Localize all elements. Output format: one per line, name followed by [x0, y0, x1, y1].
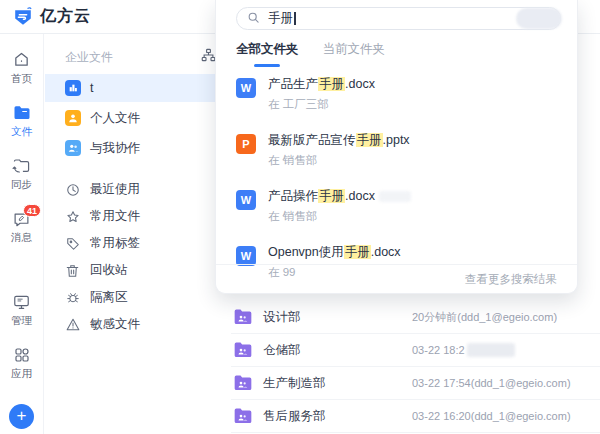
search-query-text: 手册 [268, 10, 293, 27]
result-title: 产品操作手册.docx [268, 189, 411, 204]
rail-label: 文件 [11, 125, 32, 139]
rail-item-admin[interactable]: 管理 [11, 292, 32, 328]
sidebar-item-label: 常用标签 [90, 235, 140, 252]
sidebar-item-label: 敏感文件 [90, 316, 140, 333]
folder-name: 仓储部 [263, 342, 412, 359]
folder-name: 生产制造部 [263, 375, 412, 392]
result-location: 在 销售部 [268, 209, 411, 224]
sidebar-item-enterprise-root[interactable]: t [45, 74, 230, 102]
sidebar-item-quarantine[interactable]: 隔离区 [45, 284, 230, 311]
result-title: 产品生产手册.docx [268, 77, 375, 92]
department-folder-icon [233, 374, 253, 392]
folder-rows: 设计部 20分钟前(ddd_1@egeio.com) 仓储部 03-22 18:… [231, 301, 600, 433]
search-icon [247, 10, 260, 28]
rail-label: 应用 [11, 367, 32, 381]
department-folder-icon [233, 308, 253, 326]
text-cursor [294, 12, 296, 25]
table-row[interactable]: 仓储部 03-22 18:2 [231, 334, 600, 367]
sidebar-item-frequent-tags[interactable]: 常用标签 [45, 230, 230, 257]
sync-folder-icon [12, 156, 31, 175]
left-rail: 首页 文件 同步 [0, 34, 44, 434]
trash-icon [65, 263, 80, 278]
search-result-item[interactable]: P 最新版产品宣传手册.pptx 在 销售部 [236, 133, 557, 168]
sidebar-item-label: 个人文件 [90, 110, 140, 127]
sidebar-header: 企业文件 [45, 46, 230, 74]
search-dropdown-panel: 手册 全部文件夹 当前文件夹 W 产品生产手册.docx 在 工厂三部 P 最新… [215, 0, 578, 294]
censor-blur [516, 8, 562, 29]
rail-label: 消息 [11, 231, 32, 245]
app-window: 亿方云 首页 文件 [0, 0, 600, 434]
sidebar-folder-list: t 个人文件 与我协作 [45, 74, 230, 162]
apps-grid-icon [12, 345, 31, 364]
logo-icon [12, 6, 34, 28]
folder-icon [12, 103, 31, 122]
message-icon: 41 [12, 209, 31, 228]
search-bar-area: 手册 [216, 0, 577, 30]
folder-name: 售后服务部 [263, 408, 412, 425]
result-location: 在 销售部 [268, 153, 410, 168]
search-result-item[interactable]: W 产品操作手册.docx 在 销售部 [236, 189, 557, 224]
home-icon [12, 50, 31, 69]
rail-item-files[interactable]: 文件 [11, 103, 32, 139]
rail-label: 首页 [11, 72, 32, 86]
sidebar-item-label: 隔离区 [90, 289, 128, 306]
folder-updated-time: 20分钟前(ddd_1@egeio.com) [412, 310, 592, 325]
sidebar-item-recent[interactable]: 最近使用 [45, 176, 230, 203]
table-row[interactable]: 设计部 20分钟前(ddd_1@egeio.com) [231, 301, 600, 334]
sidebar-item-frequent-files[interactable]: 常用文件 [45, 203, 230, 230]
rail-item-apps[interactable]: 应用 [11, 345, 32, 381]
people-icon [65, 140, 81, 156]
ppt-file-icon: P [236, 134, 256, 154]
highlighted-keyword: 手册 [356, 133, 383, 147]
tag-icon [65, 236, 80, 251]
monitor-icon [12, 292, 31, 311]
word-file-icon: W [236, 78, 256, 98]
search-results-list: W 产品生产手册.docx 在 工厂三部 P 最新版产品宣传手册.pptx 在 … [216, 65, 577, 280]
sidebar-item-label: 最近使用 [90, 181, 140, 198]
quarantine-bug-icon [65, 290, 80, 305]
star-icon [65, 209, 80, 224]
result-location: 在 工厂三部 [268, 97, 375, 112]
file-sidebar: 企业文件 t [45, 34, 230, 434]
censor-blur [467, 343, 515, 357]
tab-current-folder[interactable]: 当前文件夹 [323, 41, 386, 65]
sidebar-item-shared-with-me[interactable]: 与我协作 [45, 134, 230, 162]
rail-label: 同步 [11, 178, 32, 192]
rail-item-sync[interactable]: 同步 [11, 156, 32, 192]
word-file-icon: W [236, 246, 256, 266]
department-folder-icon [233, 407, 253, 425]
create-new-button[interactable]: + [9, 404, 34, 429]
rail-item-home[interactable]: 首页 [11, 50, 32, 86]
rail-label: 管理 [11, 314, 32, 328]
table-row[interactable]: 生产制造部 03-22 17:54(ddd_1@egeio.com) [231, 367, 600, 400]
sidebar-item-label: 常用文件 [90, 208, 140, 225]
search-result-item[interactable]: W 产品生产手册.docx 在 工厂三部 [236, 77, 557, 112]
logo-text: 亿方云 [40, 6, 91, 27]
result-title: 最新版产品宣传手册.pptx [268, 133, 410, 148]
censor-blur [379, 191, 411, 202]
sidebar-item-label: t [90, 81, 93, 95]
table-row[interactable]: 售后服务部 03-22 16:20(ddd_1@egeio.com) [231, 400, 600, 433]
sidebar-item-personal-files[interactable]: 个人文件 [45, 104, 230, 132]
department-folder-icon [233, 341, 253, 359]
app-logo[interactable]: 亿方云 [12, 6, 91, 28]
search-scope-tabs: 全部文件夹 当前文件夹 [216, 41, 577, 65]
sidebar-item-sensitive-files[interactable]: 敏感文件 [45, 311, 230, 338]
tab-all-folders[interactable]: 全部文件夹 [236, 41, 299, 65]
sidebar-section-title: 企业文件 [65, 49, 113, 66]
org-chart-icon[interactable] [201, 48, 216, 66]
search-input[interactable]: 手册 [236, 7, 561, 30]
folder-updated-time: 03-22 18:2 [412, 343, 592, 357]
folder-updated-time: 03-22 16:20(ddd_1@egeio.com) [412, 410, 592, 422]
result-title: Openvpn使用手册.docx [268, 245, 401, 260]
folder-name: 设计部 [263, 309, 412, 326]
folder-updated-time: 03-22 17:54(ddd_1@egeio.com) [412, 377, 592, 389]
rail-item-messages[interactable]: 41 消息 [11, 209, 32, 245]
warning-triangle-icon [65, 317, 80, 332]
message-badge: 41 [23, 204, 41, 217]
view-more-results-link[interactable]: 查看更多搜索结果 [465, 272, 557, 287]
sidebar-item-trash[interactable]: 回收站 [45, 257, 230, 284]
person-icon [65, 110, 81, 126]
word-file-icon: W [236, 190, 256, 210]
building-icon [65, 80, 81, 96]
